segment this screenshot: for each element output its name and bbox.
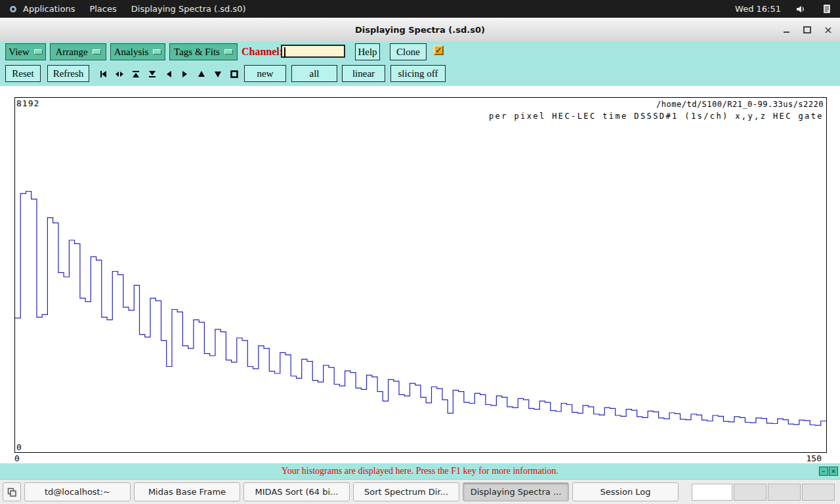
full-view-icon[interactable] (227, 66, 242, 82)
histogram-plot[interactable] (15, 98, 826, 452)
histogram-trace (15, 192, 826, 426)
status-icon (821, 3, 833, 15)
step-right-icon[interactable] (178, 66, 192, 82)
maximize-icon (803, 26, 811, 33)
status-minimize-icon[interactable]: – (819, 467, 828, 476)
places-menu[interactable]: Places (82, 0, 123, 18)
volume-control[interactable] (788, 0, 814, 18)
workspace-cell[interactable] (802, 484, 835, 501)
show-desktop-button[interactable] (3, 482, 21, 501)
toggle-checkbox[interactable]: ✓ (434, 45, 444, 55)
spectrum-description: per pixel HEC-LEC time DSSSD#1 (1s/ch) x… (489, 112, 824, 121)
help-button[interactable]: Help (355, 43, 380, 60)
taskbar-window-session-log[interactable]: Session Log (572, 482, 679, 501)
menu-analysis[interactable]: Analysis (110, 43, 165, 60)
option-menu-indicator-icon (224, 49, 233, 54)
close-icon: × (824, 24, 832, 36)
x-axis-max-label: 150 (807, 453, 822, 463)
step-down-icon[interactable] (211, 66, 225, 82)
slicing-button[interactable]: slicing off (390, 65, 446, 82)
clone-button[interactable]: Clone (390, 43, 427, 60)
go-first-icon[interactable] (96, 66, 110, 82)
taskbar-window-midas-sort[interactable]: MIDAS Sort (64 bi... (243, 482, 350, 501)
status-message: Your histograms are displayed here. Pres… (282, 466, 558, 476)
spectrum-file-path: /home/td/S100/R21_0-99.33us/s2220 (656, 100, 824, 109)
taskbar: td@localhost:~ Midas Base Frame MIDAS So… (0, 479, 840, 504)
maximize-button[interactable] (802, 24, 812, 35)
places-menu-label: Places (89, 4, 116, 14)
channel-label: Channel: (242, 43, 283, 60)
close-button[interactable]: × (823, 24, 833, 35)
option-menu-indicator-icon (93, 49, 101, 54)
workspace-switcher (692, 484, 837, 501)
reset-button[interactable]: Reset (5, 65, 41, 82)
menu-view-label: View (9, 47, 30, 58)
menu-arrange[interactable]: Arrange (50, 43, 106, 60)
taskbar-window-terminal[interactable]: td@localhost:~ (24, 482, 131, 501)
y-axis-min-label: 0 (16, 442, 22, 452)
clock[interactable]: Wed 16:51 (728, 0, 788, 18)
y-axis-max-label: 8192 (16, 98, 39, 108)
clock-label: Wed 16:51 (735, 4, 781, 14)
workspace-cell[interactable] (768, 484, 801, 501)
taskbar-window-midas-base[interactable]: Midas Base Frame (134, 482, 240, 501)
channel-input[interactable] (281, 45, 345, 58)
go-top-icon[interactable] (129, 66, 143, 82)
spectrum-plot-frame[interactable]: 8192 /home/td/S100/R21_0-99.33us/s2220 p… (14, 97, 827, 453)
speaker-icon (795, 3, 807, 15)
notification-tray-item[interactable] (814, 0, 840, 18)
navigation-arrow-group (96, 66, 242, 82)
applications-menu-label: Applications (23, 4, 75, 14)
status-bar: Your histograms are displayed here. Pres… (0, 463, 840, 479)
window-titlebar[interactable]: Displaying Spectra (.sd.s0) × (0, 18, 840, 42)
menu-tags-fits[interactable]: Tags & Fits (169, 43, 238, 60)
app-toolbar: View Arrange Analysis Tags & Fits Channe… (0, 41, 840, 86)
status-bar-controls: – × (819, 467, 838, 476)
minimize-icon (784, 32, 789, 33)
menu-arrange-label: Arrange (55, 47, 87, 58)
text-cursor (284, 47, 285, 58)
active-window-menu-label: Displaying Spectra (.sd.s0) (131, 4, 246, 14)
step-left-icon[interactable] (161, 66, 176, 82)
menu-tags-fits-label: Tags & Fits (174, 47, 220, 58)
go-bottom-icon[interactable] (145, 66, 159, 82)
window-title: Displaying Spectra (.sd.s0) (355, 25, 485, 35)
checkmark-icon: ✓ (435, 45, 442, 55)
step-up-icon[interactable] (194, 66, 209, 82)
spectrum-display-area: 8192 /home/td/S100/R21_0-99.33us/s2220 p… (0, 86, 840, 463)
option-menu-indicator-icon (153, 49, 161, 54)
linear-button[interactable]: linear (342, 65, 385, 82)
expand-horizontal-icon[interactable] (112, 66, 127, 82)
menu-analysis-label: Analysis (114, 47, 149, 58)
status-close-icon[interactable]: × (829, 467, 838, 476)
active-window-menu[interactable]: Displaying Spectra (.sd.s0) (124, 0, 253, 18)
option-menu-indicator-icon (34, 49, 43, 54)
minimize-button[interactable] (781, 24, 791, 35)
taskbar-window-displaying-spectra[interactable]: Displaying Spectra ... (463, 482, 569, 501)
desktop-top-panel: Applications Places Displaying Spectra (… (0, 0, 840, 18)
taskbar-window-sort-spectrum[interactable]: Sort Spectrum Dir... (353, 482, 459, 501)
workspace-cell[interactable] (734, 484, 766, 501)
all-button[interactable]: all (291, 65, 337, 82)
menu-view[interactable]: View (5, 43, 46, 60)
show-desktop-icon (7, 488, 16, 497)
refresh-button[interactable]: Refresh (47, 65, 89, 82)
applications-icon (7, 3, 19, 15)
x-axis-min-label: 0 (14, 453, 20, 463)
new-button[interactable]: new (244, 65, 286, 82)
applications-menu[interactable]: Applications (0, 0, 82, 18)
workspace-cell-active[interactable] (692, 484, 732, 501)
